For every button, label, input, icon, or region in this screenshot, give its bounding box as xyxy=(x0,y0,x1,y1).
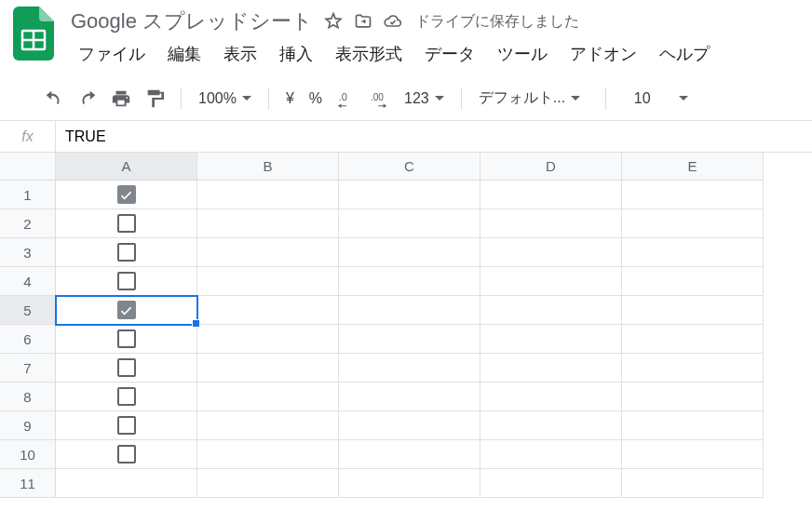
cell[interactable] xyxy=(339,181,480,209)
increase-decimal-button[interactable]: .00 xyxy=(365,82,395,115)
column-header[interactable]: A xyxy=(56,153,197,181)
cell[interactable] xyxy=(56,469,197,498)
cell[interactable] xyxy=(480,209,622,238)
cell[interactable] xyxy=(622,383,764,411)
select-all-corner[interactable] xyxy=(0,153,56,181)
cell[interactable] xyxy=(339,411,480,440)
number-format-select[interactable]: 123 xyxy=(399,82,450,115)
cell[interactable] xyxy=(197,209,339,238)
cell[interactable] xyxy=(622,411,764,440)
cell[interactable] xyxy=(197,325,339,354)
currency-button[interactable]: ¥ xyxy=(280,82,300,115)
cell[interactable] xyxy=(56,325,197,354)
cell[interactable] xyxy=(480,267,622,296)
cell[interactable] xyxy=(480,296,622,325)
cell[interactable] xyxy=(480,181,622,209)
cell[interactable] xyxy=(339,354,480,383)
undo-button[interactable] xyxy=(39,82,69,115)
cell[interactable] xyxy=(56,411,197,440)
cell[interactable] xyxy=(480,383,622,411)
redo-button[interactable] xyxy=(73,82,102,115)
cell[interactable] xyxy=(480,411,622,440)
menu-edit[interactable]: 編集 xyxy=(158,39,210,69)
star-icon[interactable] xyxy=(324,12,343,31)
cell[interactable] xyxy=(197,469,339,498)
menu-view[interactable]: 表示 xyxy=(214,39,266,69)
row-header[interactable]: 7 xyxy=(0,354,56,383)
cell[interactable] xyxy=(197,354,339,383)
column-header[interactable]: B xyxy=(197,153,339,181)
cell[interactable] xyxy=(197,383,339,411)
cell[interactable] xyxy=(480,469,622,498)
cell[interactable] xyxy=(480,440,622,469)
cell-checkbox[interactable] xyxy=(117,358,136,377)
cell[interactable] xyxy=(197,440,339,469)
row-header[interactable]: 6 xyxy=(0,325,56,354)
chevron-down-icon[interactable] xyxy=(679,96,688,101)
cell[interactable] xyxy=(197,181,339,209)
row-header[interactable]: 10 xyxy=(0,440,56,469)
cell[interactable] xyxy=(339,325,480,354)
cloud-saved-icon[interactable] xyxy=(384,12,402,31)
sheets-logo-icon[interactable] xyxy=(7,7,60,60)
row-header[interactable]: 3 xyxy=(0,238,56,267)
cell[interactable] xyxy=(339,469,480,498)
cell-checkbox[interactable] xyxy=(117,272,136,290)
cell-checkbox[interactable] xyxy=(117,387,136,406)
cell[interactable] xyxy=(622,440,764,469)
cell[interactable] xyxy=(622,296,764,325)
menu-file[interactable]: ファイル xyxy=(69,39,155,69)
row-header[interactable]: 1 xyxy=(0,181,56,209)
cell-checkbox[interactable] xyxy=(117,416,136,435)
cell-checkbox[interactable] xyxy=(117,243,136,262)
cell[interactable] xyxy=(480,238,622,267)
cell-checkbox[interactable] xyxy=(117,301,136,319)
cell[interactable] xyxy=(622,209,764,238)
menu-format[interactable]: 表示形式 xyxy=(326,39,412,69)
doc-title[interactable]: Google スプレッドシート xyxy=(71,7,313,35)
cell[interactable] xyxy=(197,267,339,296)
cell[interactable] xyxy=(622,325,764,354)
cell[interactable] xyxy=(56,209,197,238)
cell-checkbox[interactable] xyxy=(117,445,136,464)
row-header[interactable]: 2 xyxy=(0,209,56,238)
move-folder-icon[interactable] xyxy=(354,12,372,31)
cell[interactable] xyxy=(622,238,764,267)
row-header[interactable]: 9 xyxy=(0,411,56,440)
row-header[interactable]: 11 xyxy=(0,469,56,498)
font-select[interactable]: デフォルト... xyxy=(473,82,594,115)
font-size-select[interactable]: 10 xyxy=(617,82,668,115)
cell-checkbox[interactable] xyxy=(117,329,136,348)
row-header[interactable]: 8 xyxy=(0,383,56,411)
cell[interactable] xyxy=(480,354,622,383)
cell[interactable] xyxy=(622,469,764,498)
menu-addons[interactable]: アドオン xyxy=(561,39,646,69)
row-header[interactable]: 5 xyxy=(0,296,56,325)
cell[interactable] xyxy=(56,267,197,296)
decrease-decimal-button[interactable]: .0 xyxy=(332,82,361,115)
cell[interactable] xyxy=(56,181,197,209)
percent-button[interactable]: % xyxy=(304,82,328,115)
cell[interactable] xyxy=(56,238,197,267)
cell-checkbox[interactable] xyxy=(117,185,136,204)
cell[interactable] xyxy=(339,238,480,267)
column-header[interactable]: E xyxy=(622,153,764,181)
menu-insert[interactable]: 挿入 xyxy=(270,39,322,69)
menu-tools[interactable]: ツール xyxy=(488,39,557,69)
cell[interactable] xyxy=(56,296,197,325)
print-button[interactable] xyxy=(106,82,136,115)
cell[interactable] xyxy=(339,267,480,296)
menu-help[interactable]: ヘルプ xyxy=(650,39,719,69)
cell[interactable] xyxy=(622,181,764,209)
cell[interactable] xyxy=(197,296,339,325)
menu-data[interactable]: データ xyxy=(415,39,484,69)
cell[interactable] xyxy=(622,354,764,383)
paint-format-button[interactable] xyxy=(140,82,169,115)
cell-checkbox[interactable] xyxy=(117,214,136,233)
cell[interactable] xyxy=(480,325,622,354)
column-header[interactable]: C xyxy=(339,153,480,181)
cell[interactable] xyxy=(339,440,480,469)
cell[interactable] xyxy=(197,411,339,440)
cell[interactable] xyxy=(622,267,764,296)
cell[interactable] xyxy=(56,383,197,411)
